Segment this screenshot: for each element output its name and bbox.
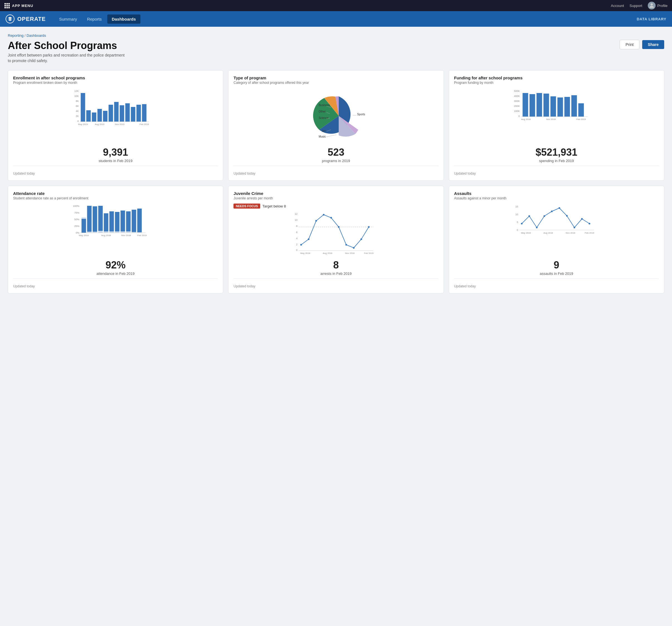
juvenile-crime-title: Juvenile Crime: [234, 191, 438, 196]
svg-text:10: 10: [515, 213, 518, 216]
svg-point-119: [551, 210, 552, 212]
support-link[interactable]: Support: [630, 4, 643, 8]
target-text: Target below 8: [262, 204, 286, 208]
svg-text:25%: 25%: [74, 225, 79, 227]
svg-rect-82: [137, 208, 142, 232]
svg-rect-70: [104, 213, 109, 231]
juvenile-crime-footer: Updated today: [234, 284, 438, 288]
top-right-nav: Account Support Profile: [611, 2, 668, 9]
nav-summary[interactable]: Summary: [55, 15, 81, 24]
juvenile-crime-chart: 12 10 8 6 4 2 0: [234, 211, 438, 256]
svg-text:200K: 200K: [514, 105, 520, 107]
svg-text:Aug 2018: Aug 2018: [543, 232, 553, 234]
funding-title: Funding for after school programs: [454, 75, 659, 80]
program-type-card: Type of program Category of after school…: [228, 70, 443, 181]
svg-rect-66: [93, 206, 97, 232]
svg-point-115: [521, 223, 522, 224]
attendance-chart: 100% 75% 50% 25% 0%: [13, 204, 218, 256]
assaults-title: Assaults: [454, 191, 659, 196]
svg-text:8K: 8K: [76, 100, 79, 102]
header-actions: Print Share: [620, 40, 664, 49]
page-subtitle: Joint effort between parks and recreatio…: [8, 53, 125, 64]
enrollment-footer: Updated today: [13, 172, 218, 175]
svg-point-100: [331, 217, 332, 219]
svg-text:Nov 2018: Nov 2018: [121, 234, 131, 237]
svg-text:100%: 100%: [73, 205, 79, 207]
svg-rect-76: [121, 210, 125, 231]
svg-text:Other: Other: [319, 110, 326, 113]
svg-text:2: 2: [296, 243, 297, 246]
enrollment-chart: 12K 10K 8K 6K 4K 2K 0: [13, 88, 218, 144]
share-button[interactable]: Share: [642, 40, 664, 49]
attendance-stat-label: attendance in Feb 2019: [13, 272, 218, 276]
enrollment-stat: 9,391: [13, 147, 218, 158]
svg-text:Feb 2019: Feb 2019: [576, 118, 585, 121]
svg-text:500K: 500K: [514, 90, 520, 93]
svg-point-98: [315, 220, 317, 222]
svg-text:75%: 75%: [74, 211, 79, 214]
program-type-stat: 523: [234, 147, 438, 158]
svg-point-105: [368, 226, 370, 228]
svg-rect-43: [522, 93, 528, 117]
svg-rect-64: [87, 206, 92, 232]
breadcrumb-reporting[interactable]: Reporting: [8, 33, 23, 37]
funding-stat-label: spending in Feb 2019: [454, 159, 659, 163]
brand-icon: [5, 15, 15, 23]
svg-point-96: [301, 244, 302, 246]
badge-row: NEEDS FOCUS Target below 8: [234, 204, 438, 208]
brand[interactable]: OPERATE: [5, 15, 46, 23]
svg-rect-10: [92, 112, 96, 122]
svg-text:12K: 12K: [74, 90, 79, 93]
svg-text:0: 0: [517, 229, 518, 231]
nav-reports[interactable]: Reports: [82, 15, 106, 24]
attendance-title: Attendance rate: [13, 191, 218, 196]
pie-chart: Business Other Science Art Music Sports: [234, 88, 438, 144]
svg-text:May 2018: May 2018: [301, 252, 310, 254]
svg-point-121: [566, 215, 568, 217]
juvenile-crime-subtitle: Juvenile arrests per month: [234, 196, 438, 200]
attendance-footer: Updated today: [13, 284, 218, 288]
svg-point-123: [581, 218, 582, 220]
svg-rect-62: [81, 219, 86, 233]
svg-point-120: [558, 207, 560, 209]
svg-rect-50: [571, 95, 577, 117]
svg-point-104: [361, 239, 362, 240]
svg-line-35: [327, 135, 337, 137]
svg-point-117: [536, 227, 537, 228]
app-menu-button[interactable]: APP MENU: [4, 3, 33, 8]
account-link[interactable]: Account: [611, 4, 624, 8]
svg-rect-12: [103, 111, 107, 122]
funding-stat: $521,931: [454, 147, 659, 158]
breadcrumb-dashboards[interactable]: Dashboards: [26, 33, 46, 37]
svg-point-116: [528, 215, 530, 217]
needs-focus-badge: NEEDS FOCUS: [234, 204, 260, 208]
svg-text:Nov 2018: Nov 2018: [345, 252, 355, 254]
attendance-card: Attendance rate Student attendance rate …: [8, 186, 223, 294]
profile-area[interactable]: Profile: [648, 2, 668, 9]
nav-dashboards[interactable]: Dashboards: [107, 15, 140, 24]
svg-rect-44: [529, 94, 535, 117]
assaults-card: Assaults Assaults against a minor per mo…: [449, 186, 664, 294]
content-area: Reporting / Dashboards After School Prog…: [0, 27, 672, 300]
svg-text:100K: 100K: [514, 110, 520, 112]
assaults-chart: 15 10 5 0 May 201: [454, 204, 659, 256]
svg-rect-49: [564, 97, 570, 117]
page-title: After School Programs: [8, 40, 125, 51]
svg-text:May 2019: May 2019: [78, 123, 88, 126]
assaults-subtitle: Assaults against a minor per month: [454, 196, 659, 200]
svg-rect-45: [536, 93, 542, 117]
assaults-footer: Updated today: [454, 284, 659, 288]
svg-text:4: 4: [296, 237, 297, 240]
enrollment-title: Enrollment in after school programs: [13, 75, 218, 80]
svg-text:Feb 2019: Feb 2019: [584, 232, 594, 234]
data-library-link[interactable]: DATA LIBRARY: [637, 17, 667, 21]
svg-point-102: [345, 244, 347, 246]
svg-point-101: [338, 226, 340, 228]
svg-text:8: 8: [296, 225, 297, 227]
juvenile-crime-stat: 8: [234, 259, 438, 271]
svg-point-118: [543, 215, 545, 217]
svg-text:Nov 2018: Nov 2018: [546, 118, 556, 121]
print-button[interactable]: Print: [620, 40, 640, 49]
juvenile-crime-stat-label: arrests in Feb 2019: [234, 272, 438, 276]
svg-text:Music: Music: [319, 135, 326, 138]
